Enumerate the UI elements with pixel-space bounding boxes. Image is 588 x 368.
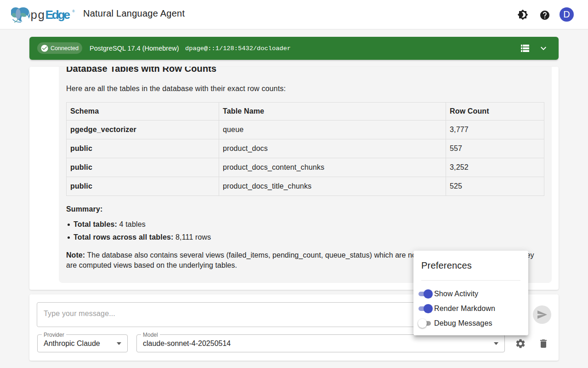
- svg-text:Edge: Edge: [45, 8, 70, 22]
- svg-text:pg: pg: [31, 8, 45, 22]
- svg-text:®: ®: [72, 9, 75, 13]
